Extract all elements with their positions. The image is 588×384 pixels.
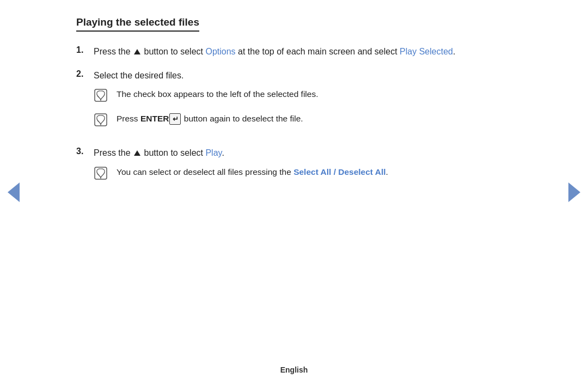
step-3-text-before: Press the (94, 148, 133, 157)
step-2-notes: The check box appears to the left of the… (94, 88, 512, 131)
nav-next-arrow[interactable] (568, 182, 580, 202)
nav-prev-arrow[interactable] (8, 182, 20, 202)
note-2-1: The check box appears to the left of the… (94, 88, 512, 107)
note-icon-2 (94, 113, 113, 131)
note-icon-1 (94, 88, 113, 107)
step-2-number: 2. (76, 69, 94, 79)
step-3-text-mid: button to select (142, 148, 205, 157)
triangle-up-icon-3 (134, 150, 140, 156)
step-1-text-mid2: at the top of each main screen and selec… (236, 47, 400, 56)
footer-language: English (0, 365, 588, 374)
note-2-2-text: Press ENTER↵ button again to deselect th… (117, 112, 303, 125)
step-2-text: Select the desired files. (94, 71, 183, 80)
step-3-content: Press the button to select Play. You can… (94, 146, 512, 190)
step-1-number: 1. (76, 45, 94, 55)
note-2-1-text: The check box appears to the left of the… (117, 88, 318, 100)
page-title: Playing the selected files (76, 16, 199, 32)
note-3-1: You can select or deselect all files pre… (94, 166, 512, 185)
enter-arrow-icon: ↵ (173, 114, 179, 125)
step-2: 2. Select the desired files. (76, 69, 512, 137)
step-3-notes: You can select or deselect all files pre… (94, 166, 512, 185)
step-3-number: 3. (76, 146, 94, 156)
step-3-period: . (222, 148, 224, 157)
step-1-period: . (453, 47, 455, 56)
step-2-content: Select the desired files. The check box … (94, 69, 512, 137)
play-link[interactable]: Play (205, 148, 222, 157)
note-3-1-text: You can select or deselect all files pre… (117, 166, 388, 178)
enter-key-icon: ↵ (169, 113, 181, 125)
step-3: 3. Press the button to select Play. (76, 146, 512, 190)
select-all-deselect-all-link[interactable]: Select All / Deselect All (293, 167, 385, 176)
step-1-text-mid: button to select (142, 47, 205, 56)
play-selected-link[interactable]: Play Selected (400, 47, 453, 56)
step-1: 1. Press the button to select Options at… (76, 45, 512, 59)
note-2-2: Press ENTER↵ button again to deselect th… (94, 112, 512, 131)
note-3-1-end: . (386, 167, 388, 176)
options-link[interactable]: Options (205, 47, 235, 56)
enter-bold: ENTER (140, 114, 169, 123)
note-icon-3 (94, 166, 113, 185)
step-1-content: Press the button to select Options at th… (94, 45, 512, 59)
step-1-text-before: Press the (94, 47, 133, 56)
triangle-up-icon-1 (134, 49, 140, 54)
